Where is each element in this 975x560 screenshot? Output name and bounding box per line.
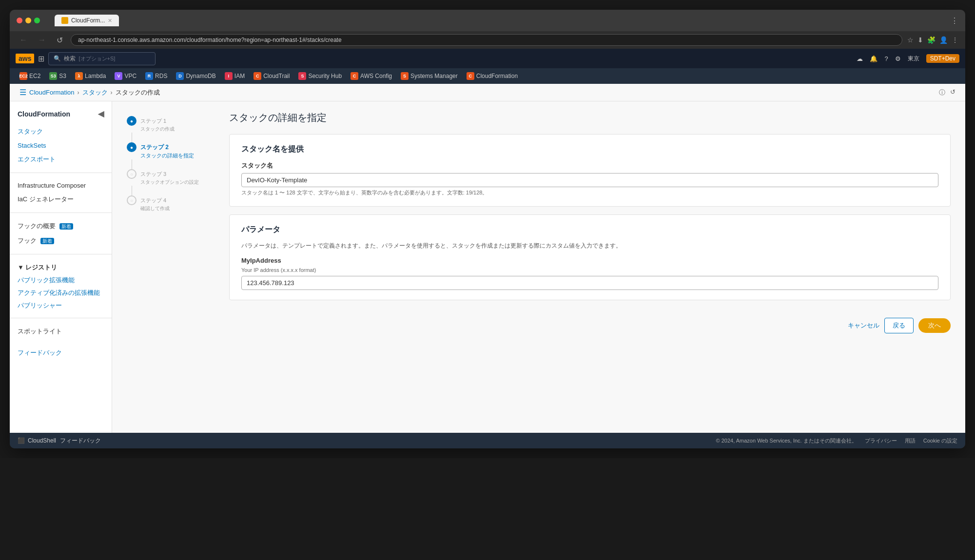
cloudtrail-icon: C: [254, 72, 261, 80]
refresh-nav-button[interactable]: ↺: [54, 35, 66, 46]
step-2-header: ● ステップ 2: [127, 142, 169, 152]
step-3-circle: ○: [127, 169, 136, 179]
active-tab[interactable]: CloudForm... ✕: [55, 15, 119, 26]
service-sysmgr[interactable]: S Systems Manager: [397, 68, 462, 84]
action-bar: キャンセル 戻る 次へ: [229, 308, 951, 343]
lambda-label: Lambda: [85, 73, 106, 79]
cloud-icon[interactable]: ☁: [857, 55, 863, 62]
params-description: パラメータは、テンプレートで定義されます。また、パラメータを使用すると、スタック…: [241, 242, 938, 250]
service-ec2[interactable]: EC2 EC2: [16, 68, 44, 84]
step-3: ○ ステップ 3 スタックオプションの設定: [127, 169, 214, 195]
sidebar-publishers[interactable]: パブリッシャー: [10, 299, 112, 312]
hooks-new-badge: 新着: [40, 238, 54, 244]
browser-titlebar: CloudForm... ✕ ⋮: [10, 10, 965, 31]
sechub-label: Security Hub: [308, 73, 342, 79]
cancel-button[interactable]: キャンセル: [848, 321, 879, 330]
services-grid-icon[interactable]: ⊞: [38, 54, 44, 63]
menu-icon[interactable]: ⋮: [952, 36, 958, 44]
sidebar-item-stacksets[interactable]: StackSets: [10, 139, 112, 152]
minimize-button[interactable]: [25, 18, 31, 23]
aws-search-bar[interactable]: 🔍 検索 [オプション+S]: [48, 52, 156, 65]
back-nav-button[interactable]: ←: [17, 35, 30, 45]
sidebar: CloudFormation ◀ スタック StackSets エクスポート I…: [10, 101, 112, 433]
browser-menu-icon[interactable]: ⋮: [951, 16, 958, 25]
next-button[interactable]: 次へ: [918, 318, 951, 333]
registry-toggle: ▼: [18, 264, 25, 271]
region-selector[interactable]: 東京: [908, 55, 919, 63]
service-cloudformation[interactable]: C CloudFormation: [463, 68, 522, 84]
step-2-connector: [132, 159, 132, 169]
step-1: ● ステップ 1 スタックの作成: [127, 116, 214, 142]
breadcrumb-parent[interactable]: スタック: [82, 88, 108, 97]
sidebar-divider-3: [10, 254, 112, 254]
params-card-title: パラメータ: [241, 225, 938, 235]
service-s3[interactable]: S3 S3: [45, 68, 70, 84]
step-3-label: ステップ 3: [140, 171, 166, 178]
sidebar-active-extensions[interactable]: アクティブ化済みの拡張機能: [10, 287, 112, 299]
footer-cookie-link[interactable]: Cookie の設定: [923, 437, 957, 444]
footer-terms-link[interactable]: 用語: [905, 437, 916, 444]
settings-icon[interactable]: ⚙: [895, 55, 901, 62]
account-badge[interactable]: SDT+Dev: [926, 54, 959, 63]
sidebar-item-exports[interactable]: エクスポート: [10, 152, 112, 167]
sidebar-iac[interactable]: IaC ジェネレーター: [10, 192, 112, 207]
service-iam[interactable]: I IAM: [221, 68, 249, 84]
sidebar-spotlight[interactable]: スポットライト: [10, 324, 112, 339]
iam-icon: I: [225, 72, 233, 80]
breadcrumb-menu-icon[interactable]: ☰: [20, 88, 26, 97]
maximize-button[interactable]: [34, 18, 40, 23]
myip-input[interactable]: [241, 276, 938, 290]
service-rds[interactable]: R RDS: [141, 68, 171, 84]
tab-close-icon[interactable]: ✕: [108, 18, 112, 24]
step-2-sublabel: スタックの詳細を指定: [140, 152, 194, 159]
cloudshell-icon: ⬛: [18, 437, 25, 444]
sidebar-infra-composer[interactable]: Infrastructure Composer: [10, 179, 112, 192]
sidebar-feedback[interactable]: フィードバック: [10, 339, 112, 360]
form-content: スタックの詳細を指定 スタック名を提供 スタック名 スタック名は 1 〜 128…: [229, 111, 951, 343]
service-vpc[interactable]: V VPC: [111, 68, 140, 84]
footer-right: © 2024, Amazon Web Services, Inc. またはその関…: [716, 437, 957, 444]
address-input[interactable]: [71, 34, 902, 46]
service-securityhub[interactable]: S Security Hub: [294, 68, 346, 84]
info-icon[interactable]: ⓘ: [939, 88, 945, 97]
back-button[interactable]: 戻る: [884, 318, 914, 333]
awsconfig-label: AWS Config: [360, 73, 392, 79]
service-awsconfig[interactable]: C AWS Config: [347, 68, 396, 84]
footer-left: ⬛ CloudShell フィードバック: [18, 437, 101, 445]
step-4-header: ○ ステップ 4: [127, 195, 166, 205]
service-dynamodb[interactable]: D DynamoDB: [172, 68, 219, 84]
notification-icon[interactable]: 🔔: [870, 55, 878, 62]
iam-label: IAM: [234, 73, 245, 79]
footer-feedback-link[interactable]: フィードバック: [60, 437, 101, 445]
search-shortcut: [オプション+S]: [78, 55, 115, 62]
step-3-sublabel: スタックオプションの設定: [140, 179, 199, 186]
step-4-label: ステップ 4: [140, 197, 166, 204]
step-2-label: ステップ 2: [140, 143, 169, 152]
close-button[interactable]: [17, 18, 22, 23]
breadcrumb-service[interactable]: CloudFormation: [29, 89, 75, 96]
stack-name-label: スタック名: [241, 161, 938, 170]
stack-name-input[interactable]: [241, 173, 938, 187]
stack-name-card: スタック名を提供 スタック名 スタック名は 1 〜 128 文字で、文字から始ま…: [229, 134, 951, 207]
help-icon[interactable]: ?: [884, 55, 888, 62]
refresh-icon[interactable]: ↺: [950, 88, 956, 97]
sysmgr-icon: S: [401, 72, 409, 80]
sidebar-hooks-overview[interactable]: フックの概要 新着: [10, 219, 112, 233]
bookmark-icon[interactable]: ☆: [907, 36, 914, 44]
service-cloudtrail[interactable]: C CloudTrail: [250, 68, 293, 84]
service-lambda[interactable]: λ Lambda: [71, 68, 110, 84]
step-1-label: ステップ 1: [140, 117, 166, 125]
sidebar-hooks[interactable]: フック 新着: [10, 233, 112, 248]
profile-icon[interactable]: 👤: [939, 36, 948, 44]
footer-privacy-link[interactable]: プライバシー: [865, 437, 897, 444]
breadcrumb-actions: ⓘ ↺: [939, 88, 956, 97]
extension-icon[interactable]: 🧩: [927, 36, 936, 44]
sidebar-public-extensions[interactable]: パブリック拡張機能: [10, 274, 112, 287]
step-4: ○ ステップ 4 確認して作成: [127, 195, 214, 212]
sidebar-item-stacks[interactable]: スタック: [10, 124, 112, 139]
download-icon[interactable]: ⬇: [917, 36, 923, 44]
topbar-right: ☁ 🔔 ? ⚙ 東京 SDT+Dev: [857, 54, 959, 63]
cloudshell-button[interactable]: ⬛ CloudShell: [18, 437, 56, 444]
sidebar-collapse-icon[interactable]: ◀: [98, 109, 104, 118]
forward-nav-button[interactable]: →: [35, 35, 49, 45]
